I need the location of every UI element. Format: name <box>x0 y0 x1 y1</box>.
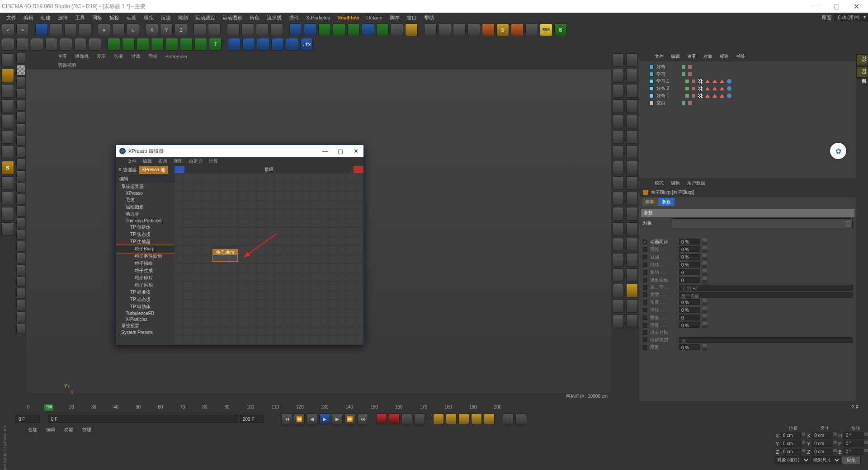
menu-模拟[interactable]: 模拟 <box>140 14 157 21</box>
xpresso-close[interactable]: ✕ <box>348 148 363 155</box>
laux-12[interactable] <box>16 194 25 205</box>
laux-16[interactable] <box>16 241 25 252</box>
viewport-canvas[interactable]: Y+X XPresso 编辑器 — ▢ ✕ 文件编辑布局视图自定义计算 X-管理… <box>26 70 611 393</box>
window-close[interactable]: ✕ <box>846 2 866 11</box>
goto-start-button[interactable]: ⏮ <box>281 414 292 424</box>
xpresso-node-blurp[interactable]: 粒子Blurp <box>212 249 238 262</box>
attr-checkbox[interactable] <box>643 300 647 305</box>
xp-tree-TP 辅助体[interactable]: TP 辅助体 <box>116 303 175 310</box>
menu-编辑[interactable]: 编辑 <box>20 14 37 21</box>
render-settings-icon[interactable] <box>270 24 283 36</box>
primitive-cube-icon[interactable] <box>289 24 302 36</box>
menu-插件[interactable]: 插件 <box>285 14 302 21</box>
ltool-lock-icon[interactable] <box>1 207 14 221</box>
br-slide-icon[interactable] <box>74 38 87 51</box>
scene-icon[interactable] <box>424 24 437 36</box>
xp-tree-Thinking Particles[interactable]: Thinking Particles <box>116 218 175 224</box>
spinner-icon[interactable] <box>703 238 707 245</box>
attribute-tab-params[interactable]: 参数 <box>658 198 675 206</box>
ltool-layers-icon[interactable] <box>1 222 14 236</box>
camera-icon[interactable] <box>391 24 403 36</box>
om-menu-查看[interactable]: 查看 <box>687 53 696 60</box>
rstripb-8[interactable] <box>626 176 638 190</box>
key-pos-button[interactable] <box>433 414 444 424</box>
rotate-icon[interactable]: ↻ <box>127 24 139 36</box>
rstripa-0[interactable] <box>613 53 623 67</box>
prev-key-button[interactable]: ⏪ <box>294 414 305 424</box>
attr-value-field[interactable]: 0 % <box>679 262 700 268</box>
attr-row[interactable]: 保留类型无 <box>639 336 856 343</box>
coord-sys-icon[interactable] <box>193 24 206 36</box>
om-menu-对象[interactable]: 对象 <box>703 53 712 60</box>
eff-formula-icon[interactable]: .fx <box>300 38 313 51</box>
menu-窗口[interactable]: 窗口 <box>403 14 420 21</box>
xp-tree-系统预置[interactable]: 系统预置 <box>116 322 175 329</box>
attr-checkbox[interactable] <box>643 247 647 252</box>
coord-rot[interactable]: 0 ° <box>844 432 864 439</box>
mg-voronoi-icon[interactable] <box>151 38 164 51</box>
render-pict-icon[interactable] <box>256 24 269 36</box>
om-menu-标签[interactable]: 标签 <box>720 53 729 60</box>
xp-tree-TurbulenceFD[interactable]: TurbulenceFD <box>116 310 175 316</box>
coord-size[interactable]: 0 cm <box>812 432 832 439</box>
menu-脚本[interactable]: 脚本 <box>386 14 403 21</box>
rf-sphere-icon[interactable]: S <box>496 24 509 36</box>
x-lock-icon[interactable]: X <box>146 24 158 36</box>
spinner-icon[interactable] <box>703 269 707 276</box>
laux-2[interactable] <box>16 76 25 87</box>
rstripb-17[interactable] <box>626 315 638 328</box>
spinner-icon[interactable] <box>703 254 707 260</box>
attr-dropdown[interactable]: -Z 到 +Z <box>679 285 853 291</box>
menu-帮助[interactable]: 帮助 <box>420 14 438 21</box>
drop-arrow-icon[interactable] <box>846 221 850 226</box>
attr-value-field[interactable]: 0 % <box>679 322 700 328</box>
rstripa-4[interactable] <box>613 115 623 128</box>
attr-value-field[interactable]: 0 % <box>679 239 700 244</box>
attr-checkbox[interactable] <box>643 240 647 244</box>
autokey-button[interactable] <box>401 414 412 424</box>
rstripa-2[interactable] <box>613 84 623 98</box>
rstripa-13[interactable] <box>613 253 623 267</box>
vp-menu-ProRender[interactable]: ProRender <box>165 54 187 59</box>
z-lock-icon[interactable]: Z <box>175 24 187 36</box>
start-frame-field[interactable]: 0 F <box>15 415 40 423</box>
octane-icon[interactable] <box>525 24 538 36</box>
xp-tree-TP 动态项[interactable]: TP 动态项 <box>116 296 175 303</box>
attr-checkbox[interactable] <box>643 308 647 312</box>
ltool-chk-icon[interactable] <box>1 69 14 82</box>
coord-size-dd[interactable]: 绝对尺寸 <box>811 456 841 464</box>
om-row[interactable]: 学习 <box>649 70 854 78</box>
xp-tree-粒子描绘[interactable]: 粒子描绘 <box>116 260 175 267</box>
laux-19[interactable] <box>16 276 25 287</box>
xpresso-tab-manager[interactable]: X-管理器 <box>116 166 139 174</box>
mg-matrix-icon[interactable] <box>137 38 149 51</box>
rstripb-9[interactable] <box>626 192 638 205</box>
xpresso-min[interactable]: — <box>317 148 333 155</box>
spline-pen-icon[interactable] <box>304 24 316 36</box>
menu-流水线[interactable]: 流水线 <box>263 14 285 21</box>
xp-tree-毛发[interactable]: 毛发 <box>116 196 175 203</box>
attr-row[interactable]: 返回 . . .0 % <box>639 253 856 261</box>
laux-4[interactable] <box>16 100 25 111</box>
window-min[interactable]: — <box>807 3 826 10</box>
ltool-cube2-icon[interactable] <box>1 99 14 113</box>
rec2-button[interactable] <box>389 414 400 424</box>
ltool-magnet-icon[interactable] <box>1 192 14 205</box>
render-view-icon[interactable] <box>227 24 240 36</box>
vp-menu-摄像机[interactable]: 摄像机 <box>75 53 89 60</box>
om-menu-文件[interactable]: 文件 <box>655 53 664 60</box>
attr-row[interactable]: 相切 . . .0 <box>639 268 856 276</box>
generator-boole-icon[interactable] <box>347 24 360 36</box>
attribute-object-drop[interactable]: 对象 <box>639 218 856 229</box>
laux-14[interactable] <box>16 217 25 228</box>
rstripb-1[interactable] <box>626 69 638 82</box>
key-scl-button[interactable] <box>446 414 457 424</box>
menu-Octane[interactable]: Octane <box>363 15 386 20</box>
attr-row[interactable]: 没有片段 <box>639 329 856 336</box>
menu-捕捉[interactable]: 捕捉 <box>106 14 123 21</box>
eff-random-icon[interactable] <box>242 38 255 51</box>
laux-9[interactable] <box>16 159 25 169</box>
om-row[interactable]: 好奇.2 <box>649 85 854 92</box>
attr-checkbox[interactable] <box>643 285 647 290</box>
attr-checkbox[interactable] <box>643 345 647 350</box>
